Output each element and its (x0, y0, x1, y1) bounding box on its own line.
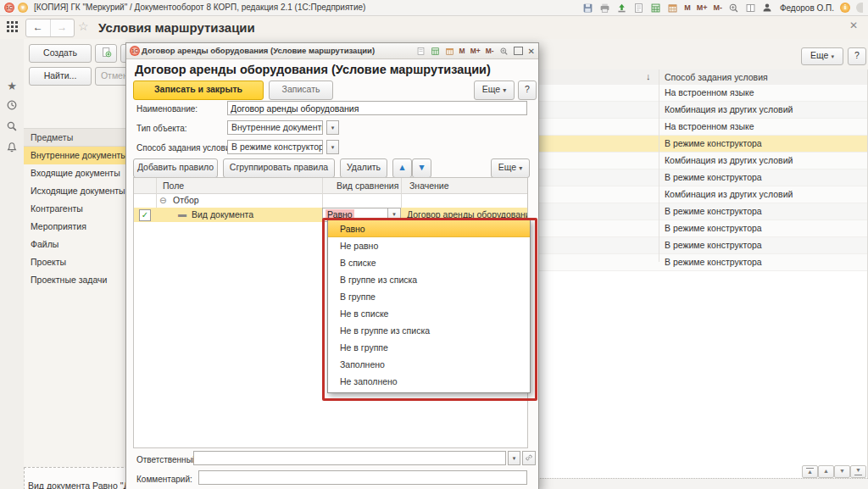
collapse-icon[interactable]: ⊖ (159, 195, 167, 205)
group-rules-button[interactable]: Сгруппировать правила (223, 158, 335, 178)
list-row-text: В режиме конструктора (665, 138, 762, 148)
sidebar-item[interactable]: Проектные задачи (24, 271, 125, 289)
rule-field-value: Вид документа (192, 209, 253, 219)
sidebar-item[interactable]: Мероприятия (24, 218, 125, 236)
column-divider (659, 69, 659, 262)
comment-input[interactable] (198, 470, 527, 485)
dialog-m-plus-icon[interactable]: M+ (470, 47, 481, 55)
search-icon[interactable] (6, 120, 18, 132)
user-icon[interactable] (762, 2, 772, 14)
print-preview-icon[interactable] (633, 2, 644, 14)
print-icon[interactable] (599, 2, 610, 14)
sidebar-item-list: Предметы Внутренние документыВходящие до… (24, 128, 125, 289)
page-close-icon[interactable]: ✕ (849, 19, 858, 31)
favorites-icon[interactable]: ★ (6, 80, 18, 92)
dialog-more-label: Еще (482, 84, 500, 94)
rules-table-header[interactable]: Поле Вид сравнения Значение (134, 178, 527, 194)
go-first-button[interactable]: ▲ (802, 465, 818, 478)
list-row-text: В режиме конструктора (665, 206, 762, 216)
object-type-dropdown-icon[interactable]: ▾ (326, 120, 339, 135)
dialog-help-button[interactable]: ? (518, 81, 537, 100)
window-title: [КОПИЯ] ГК "Меркурий" / Документооборот … (34, 3, 365, 12)
delete-rule-button[interactable]: Удалить (340, 158, 387, 178)
calculator-icon[interactable] (650, 2, 661, 14)
method-dropdown-icon[interactable]: ▾ (326, 140, 339, 154)
dialog-zoom-icon[interactable] (499, 47, 509, 56)
list-row-text: На встроенном языке (665, 87, 754, 97)
save-icon[interactable] (582, 2, 593, 14)
go-prev-button[interactable]: ▲ (818, 465, 834, 478)
system-menu-icon[interactable]: ▾ (18, 3, 28, 13)
move-up-button[interactable]: ▲ (392, 158, 412, 178)
save-and-close-button[interactable]: Записать и закрыть (133, 81, 264, 100)
create-button[interactable]: Создать (29, 44, 92, 63)
sidebar-item[interactable]: Входящие документы (24, 164, 125, 182)
column-value: Значение (409, 181, 449, 191)
add-rule-button[interactable]: Добавить правило (133, 158, 218, 178)
dialog-titlebar[interactable]: 1С Договор аренды оборудования (Условие … (126, 43, 538, 59)
menu-m-icon[interactable]: M (684, 3, 691, 12)
menu-m-minus-icon[interactable]: M- (713, 3, 722, 12)
go-last-button[interactable]: ▼ (850, 465, 866, 478)
sidebar: Создать Найти Найти... Отменить поиск Пр… (24, 39, 125, 489)
filter-group-row[interactable]: ⊖ Отбор (134, 193, 527, 208)
rules-more-button[interactable]: Еще▾ (491, 158, 530, 178)
dialog-m-minus-icon[interactable]: M- (486, 47, 494, 55)
export-icon[interactable] (616, 2, 627, 14)
column-header-label: Способ задания условия (665, 72, 768, 82)
find-ellipsis-button[interactable]: Найти... (29, 67, 92, 86)
responsible-dropdown-icon[interactable]: ▾ (508, 451, 520, 465)
page-title: Условия маршрутизации (98, 20, 255, 35)
responsible-input[interactable] (193, 451, 506, 465)
clipped-icon (856, 3, 863, 13)
sidebar-item[interactable]: Файлы (24, 236, 125, 253)
dialog-m-icon[interactable]: M (459, 47, 465, 55)
column-field: Поле (163, 181, 184, 191)
list-more-label: Еще (810, 50, 828, 60)
window-titlebar: 1С ▾ [КОПИЯ] ГК "Меркурий" / Документооб… (0, 0, 868, 16)
menu-m-plus-icon[interactable]: M+ (697, 3, 708, 12)
dialog-close-icon[interactable]: ✕ (528, 47, 535, 56)
dialog-more-button[interactable]: Еще▾ (474, 81, 515, 100)
name-input[interactable] (227, 101, 527, 115)
sidebar-item[interactable]: Контрагенты (24, 200, 125, 218)
sidebar-item[interactable]: Проекты (24, 253, 125, 271)
rules-more-label: Еще (498, 162, 516, 172)
sidebar-item[interactable]: Внутренние документы (24, 147, 125, 164)
sidebar-item[interactable]: Исходящие документы (24, 182, 125, 200)
responsible-link-icon[interactable] (522, 451, 536, 465)
dialog-maximize-icon[interactable] (514, 47, 523, 55)
dialog-calendar-icon[interactable] (445, 47, 454, 56)
app-1c-icon: 1С (4, 3, 14, 13)
rule-checkbox[interactable]: ✓ (139, 209, 151, 221)
zoom-icon[interactable] (728, 2, 739, 14)
list-footer-panel (537, 478, 868, 489)
back-button[interactable]: ← (26, 19, 51, 36)
favorite-star-icon[interactable]: ☆ (78, 19, 89, 33)
go-next-button[interactable]: ▼ (834, 465, 850, 478)
list-help-button[interactable]: ? (848, 47, 866, 65)
current-user[interactable]: Федоров О.П. (780, 3, 834, 13)
list-row-text: Комбинация из других условий (665, 155, 793, 165)
split-window-icon[interactable] (745, 2, 756, 14)
responsible-label: Ответственный: (136, 455, 199, 464)
comment-label: Комментарий: (136, 475, 192, 484)
history-icon[interactable] (6, 99, 18, 111)
copy-document-button[interactable] (95, 44, 117, 63)
main-menu-grid-icon[interactable] (7, 21, 19, 33)
dialog-1c-icon: 1С (130, 46, 140, 56)
list-more-button[interactable]: Еще ▾ (801, 47, 843, 65)
method-combo[interactable]: В режиме конструктора (227, 140, 323, 154)
object-type-combo[interactable]: Внутренние документы (227, 120, 323, 135)
notifications-bell-icon[interactable] (6, 142, 18, 153)
save-button[interactable]: Записать (269, 81, 333, 100)
dialog-calculator-icon[interactable] (431, 47, 440, 56)
list-row-text: На встроенном языке (665, 121, 754, 131)
dialog-heading: Договор аренды оборудования (Условие мар… (135, 63, 491, 76)
calendar-icon[interactable] (667, 2, 678, 14)
forward-button[interactable]: → (51, 19, 75, 36)
info-icon[interactable]: i (840, 3, 850, 13)
move-down-button[interactable]: ▼ (412, 158, 431, 178)
dialog-print-preview-icon[interactable] (416, 47, 426, 56)
filter-group-label: Отбор (173, 195, 199, 205)
